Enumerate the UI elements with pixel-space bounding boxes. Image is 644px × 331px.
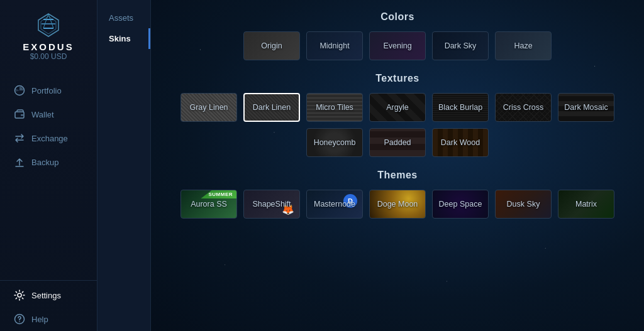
- svg-point-10: [18, 293, 21, 297]
- portfolio-label: Portfolio: [31, 86, 62, 95]
- subnav-item-assets[interactable]: Assets: [97, 8, 150, 28]
- skin-btn-graylinen[interactable]: Gray Linen: [180, 93, 237, 122]
- backup-icon: [14, 156, 25, 168]
- skin-btn-argyle[interactable]: Argyle: [369, 93, 426, 122]
- nav-items: Portfolio Wallet Exchange Backup: [0, 79, 97, 280]
- sidebar-item-help[interactable]: Help: [0, 307, 97, 331]
- skin-btn-darkmosaic[interactable]: Dark Mosaic: [558, 93, 614, 122]
- svg-marker-0: [38, 14, 58, 36]
- skin-btn-haze[interactable]: Haze: [495, 31, 552, 60]
- sidebar-bottom: Settings Help: [0, 280, 97, 331]
- skin-btn-matrix[interactable]: Matrix: [558, 190, 614, 219]
- skin-btn-origin[interactable]: Origin: [243, 31, 300, 60]
- help-label: Help: [31, 315, 48, 324]
- skin-btn-shapeshift[interactable]: ShapeShift 🦊: [243, 190, 300, 219]
- logo-area: EXODUS $0.00 USD: [23, 11, 74, 72]
- themes-section-title: Themes: [169, 170, 626, 181]
- wallet-icon: [14, 109, 25, 120]
- sidebar: EXODUS $0.00 USD Portfolio Wallet: [0, 0, 97, 331]
- settings-label: Settings: [31, 291, 61, 300]
- skin-btn-deepspace[interactable]: Deep Space: [432, 190, 489, 219]
- skin-btn-dogemoon[interactable]: Doge Moon: [369, 190, 426, 219]
- help-icon: [14, 313, 25, 325]
- skin-btn-honeycomb[interactable]: Honeycomb: [306, 128, 363, 157]
- skin-btn-crisscross[interactable]: Criss Cross: [495, 93, 552, 122]
- backup-label: Backup: [31, 158, 58, 167]
- exchange-label: Exchange: [31, 134, 68, 143]
- skin-btn-masternode[interactable]: D Masternode: [306, 190, 363, 219]
- app-name: EXODUS: [23, 41, 74, 52]
- skin-btn-midnight[interactable]: Midnight: [306, 31, 363, 60]
- content-inner: Colors Origin Midnight Evening Dark Sky …: [169, 11, 626, 219]
- sidebar-item-settings[interactable]: Settings: [0, 283, 97, 307]
- skin-btn-blackburlap[interactable]: Black Burlap: [432, 93, 489, 122]
- portfolio-icon: [14, 85, 25, 96]
- summer-badge: SUMMER: [201, 190, 236, 198]
- balance-display: $0.00 USD: [30, 52, 67, 61]
- themes-grid: Aurora SS SUMMER ShapeShift 🦊 D Masterno…: [169, 190, 626, 219]
- textures-grid: Gray Linen Dark Linen Micro Tiles Argyle…: [169, 93, 626, 157]
- skin-btn-aurora[interactable]: Aurora SS SUMMER: [180, 190, 237, 219]
- svg-rect-9: [21, 114, 23, 116]
- settings-icon: [14, 290, 25, 301]
- textures-section-title: Textures: [169, 73, 626, 84]
- sidebar-item-backup[interactable]: Backup: [0, 150, 97, 174]
- wallet-label: Wallet: [31, 110, 54, 119]
- svg-point-12: [19, 321, 20, 322]
- skin-btn-darklinen[interactable]: Dark Linen: [243, 93, 300, 122]
- exodus-logo-icon: [35, 11, 62, 39]
- colors-section-title: Colors: [169, 11, 626, 23]
- skin-btn-microtiles[interactable]: Micro Tiles: [306, 93, 363, 122]
- main-content: Colors Origin Midnight Evening Dark Sky …: [151, 0, 644, 331]
- subnav-item-skins[interactable]: Skins: [97, 28, 150, 49]
- skin-btn-padded[interactable]: Padded: [369, 128, 426, 157]
- sidebar-item-exchange[interactable]: Exchange: [0, 126, 97, 150]
- sidebar-item-portfolio[interactable]: Portfolio: [0, 79, 97, 102]
- skin-btn-darksky[interactable]: Dark Sky: [432, 31, 489, 60]
- colors-grid: Origin Midnight Evening Dark Sky Haze: [169, 31, 626, 60]
- sidebar-item-wallet[interactable]: Wallet: [0, 102, 97, 126]
- subnav: Assets Skins: [97, 0, 151, 331]
- skin-btn-evening[interactable]: Evening: [369, 31, 426, 60]
- skin-btn-darkwood[interactable]: Dark Wood: [432, 128, 489, 157]
- skin-btn-dusksky[interactable]: Dusk Sky: [495, 190, 552, 219]
- exchange-icon: [14, 133, 25, 144]
